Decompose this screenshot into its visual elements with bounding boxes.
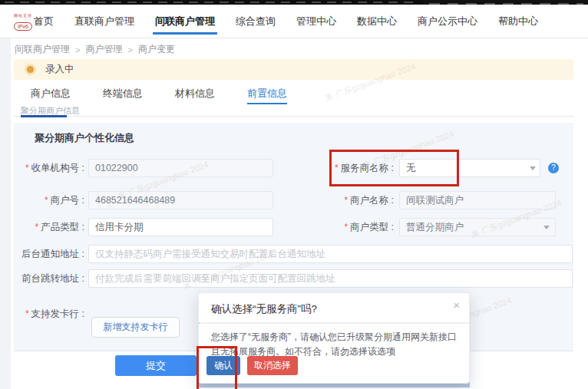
chevron-down-icon[interactable] bbox=[543, 226, 550, 229]
tab-terminal-info[interactable]: 终端信息 bbox=[103, 84, 143, 104]
merchant-type-label: *商户类型 : bbox=[320, 218, 394, 236]
nav-item-data-center[interactable]: 数据中心 bbox=[357, 5, 397, 38]
cancel-selection-button[interactable]: 取消选择 bbox=[247, 356, 298, 375]
notify-url-input[interactable] bbox=[88, 245, 573, 263]
breadcrumb-item-merchant-management[interactable]: 商户管理 bbox=[85, 43, 122, 56]
nav-item-management-center[interactable]: 管理中心 bbox=[296, 5, 336, 38]
required-mark: * bbox=[35, 222, 38, 232]
required-mark: * bbox=[335, 163, 339, 173]
submit-button[interactable]: 提交 bbox=[115, 355, 197, 376]
nav-item-indirect-merchant[interactable]: 间联商户管理 bbox=[155, 5, 215, 38]
nav-item-comprehensive-query[interactable]: 综合查询 bbox=[236, 5, 276, 38]
breadcrumb-item-merchant-change: 商户变更 bbox=[138, 43, 175, 56]
detail-tabs: 商户信息 终端信息 材料信息 前置信息 bbox=[31, 84, 287, 104]
status-dot-icon bbox=[27, 66, 34, 73]
merchant-no-label: *商户号 : bbox=[14, 191, 84, 209]
dialog-header: 确认选择“无服务商”吗? × bbox=[199, 293, 469, 322]
close-icon[interactable]: × bbox=[453, 299, 460, 311]
product-type-label: *产品类型 : bbox=[14, 218, 84, 236]
tab-front-info[interactable]: 前置信息 bbox=[247, 84, 287, 104]
dialog-title: 确认选择“无服务商”吗? bbox=[211, 303, 317, 315]
main-navbar: 网站支持 IPv6 首页 直联商户管理 间联商户管理 综合查询 管理中心 数据中… bbox=[0, 5, 588, 38]
add-supported-bank-button[interactable]: 新增支持发卡行 bbox=[91, 317, 180, 338]
redirect-url-label: 前台跳转地址 : bbox=[14, 269, 84, 288]
nav-item-direct-merchant[interactable]: 直联商户管理 bbox=[74, 5, 134, 38]
top-bar-text-fragments bbox=[5, 2, 419, 3]
acquirer-no-label: *收单机构号 : bbox=[14, 159, 84, 177]
nav-item-help-center[interactable]: 帮助中心 bbox=[498, 5, 538, 38]
dialog-body-text: 您选择了“无服务商”，请确认您已升级聚分期通用网关新接口且无拓展服务商。如不符合… bbox=[199, 324, 469, 358]
service-provider-label: *服务商名称 : bbox=[320, 159, 394, 177]
confirm-dialog: 确认选择“无服务商”吗? × 您选择了“无服务商”，请确认您已升级聚分期通用网关… bbox=[198, 292, 470, 384]
required-mark: * bbox=[45, 195, 48, 206]
left-gutter bbox=[0, 38, 11, 389]
page: 网站支持 IPv6 首页 直联商户管理 间联商户管理 综合查询 管理中心 数据中… bbox=[0, 0, 588, 389]
breadcrumb-separator: > bbox=[127, 45, 132, 54]
help-icon[interactable]: ? bbox=[548, 163, 559, 173]
required-mark: * bbox=[25, 308, 29, 319]
merchant-name-label: *商户名称 : bbox=[320, 191, 394, 209]
acquirer-no-input[interactable] bbox=[88, 159, 273, 177]
tab-material-info[interactable]: 材料信息 bbox=[175, 84, 215, 104]
merchant-no-input[interactable] bbox=[88, 191, 273, 209]
site-logo: 网站支持 IPv6 bbox=[9, 13, 37, 31]
section-title: 聚分期商户个性化信息 bbox=[35, 131, 134, 145]
required-mark: * bbox=[344, 195, 348, 206]
tab-merchant-info[interactable]: 商户信息 bbox=[31, 84, 71, 104]
logo-caption: 网站支持 bbox=[9, 13, 37, 18]
notify-url-label: 后台通知地址 : bbox=[14, 245, 84, 263]
subtab-active-bar bbox=[21, 115, 67, 117]
breadcrumb: 间联商户管理 > 商户管理 > 商户变更 bbox=[15, 43, 175, 56]
confirm-button[interactable]: 确认 bbox=[206, 356, 240, 375]
merchant-name-input[interactable] bbox=[399, 191, 556, 209]
product-type-input[interactable] bbox=[88, 218, 273, 236]
dialog-footer: 确认 取消选择 bbox=[206, 356, 298, 375]
nav-item-home[interactable]: 首页 bbox=[34, 5, 54, 38]
redirect-url-input[interactable] bbox=[88, 269, 573, 288]
ipv6-badge: IPv6 bbox=[14, 22, 32, 31]
breadcrumb-item-indirect-merchant[interactable]: 间联商户管理 bbox=[15, 43, 70, 56]
service-provider-select[interactable] bbox=[399, 159, 540, 177]
subtab-row: 聚分期商户信息 bbox=[14, 104, 573, 117]
nav-menu: 首页 直联商户管理 间联商户管理 综合查询 管理中心 数据中心 商户公示中心 帮… bbox=[34, 5, 538, 38]
chevron-down-icon[interactable] bbox=[530, 166, 536, 170]
status-banner: 录入中 bbox=[14, 59, 573, 80]
breadcrumb-separator: > bbox=[75, 45, 80, 54]
status-text: 录入中 bbox=[45, 59, 74, 80]
required-mark: * bbox=[25, 163, 29, 173]
supported-banks-label: *支持发卡行 : bbox=[14, 305, 84, 323]
nav-item-merchant-publicity[interactable]: 商户公示中心 bbox=[418, 5, 477, 38]
merchant-type-select[interactable] bbox=[399, 218, 556, 236]
required-mark: * bbox=[344, 222, 348, 232]
